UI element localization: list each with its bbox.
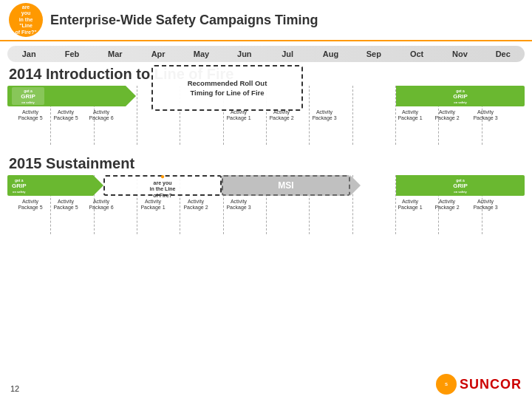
month-label-sep: Sep bbox=[352, 47, 395, 61]
activity-2015-4: ActivityPackage 2 bbox=[179, 199, 213, 211]
msi-arrow-2015 bbox=[350, 175, 361, 196]
dashed-logo-box-2015: ● are youin the Lineof Fire? bbox=[103, 175, 222, 196]
month-label-nov: Nov bbox=[438, 47, 481, 61]
suncor-text: SUNCOR bbox=[460, 377, 522, 392]
page-number: 12 bbox=[10, 384, 19, 393]
activity-2014-4: ActivityPackage 2 bbox=[265, 109, 299, 122]
month-label-mar: Mar bbox=[94, 47, 137, 61]
activity-2014-5: ActivityPackage 3 bbox=[307, 109, 341, 122]
activity-2015-0: ActivityPackage 5 bbox=[13, 199, 47, 211]
activity-2014-3: ActivityPackage 1 bbox=[222, 109, 256, 122]
green-bar-left-2014: get aGRIPon safety bbox=[7, 86, 126, 106]
green-bar-right-2014: get aGRIPon safety bbox=[396, 86, 525, 106]
activity-2014-1: ActivityPackage 5 bbox=[49, 109, 83, 122]
section-2014: get aGRIPon safety Recommended Roll Out … bbox=[7, 86, 525, 145]
activity-2015-2: ActivityPackage 6 bbox=[84, 199, 118, 211]
activity-2014-2: ActivityPackage 6 bbox=[84, 109, 118, 122]
month-label-aug: Aug bbox=[309, 47, 352, 61]
activities-2014: ActivityPackage 5ActivityPackage 5Activi… bbox=[7, 109, 525, 132]
activity-2015-6: ActivityPackage 1 bbox=[393, 199, 427, 211]
activity-2014-8: ActivityPackage 3 bbox=[468, 109, 502, 122]
main-content: JanFebMarAprMayJunJulAugSepOctNovDec 201… bbox=[0, 41, 532, 240]
activity-2015-3: ActivityPackage 1 bbox=[136, 199, 170, 211]
activity-2014-0: ActivityPackage 5 bbox=[13, 109, 47, 122]
recommended-box: Recommended Roll Out Timing for Line of … bbox=[151, 65, 303, 111]
suncor-icon: S bbox=[436, 374, 457, 395]
green-bar-left-arrow-2015 bbox=[93, 175, 103, 196]
activity-2015-5: ActivityPackage 3 bbox=[222, 199, 256, 211]
msi-box-2015: MSI bbox=[222, 175, 350, 196]
activities-2015: ActivityPackage 5ActivityPackage 5Activi… bbox=[7, 199, 525, 221]
green-bar-right-arrow-in-2014 bbox=[386, 86, 396, 106]
green-bar-right-2015: get aGRIPon safety bbox=[396, 175, 525, 196]
month-label-may: May bbox=[180, 47, 222, 61]
suncor-logo: S SUNCOR bbox=[436, 374, 522, 395]
green-bar-left-2015: get aGRIPon safety bbox=[7, 175, 93, 196]
section-2015-container: 2015 Sustainment get aGRIPon safety ● ar… bbox=[7, 155, 525, 234]
logo: areyouin the"Lineof Fire?" bbox=[9, 3, 43, 37]
months-row: JanFebMarAprMayJunJulAugSepOctNovDec bbox=[7, 46, 525, 62]
green-bar-right-arrow-2015 bbox=[386, 175, 396, 196]
badge-left-2014: get aGRIPon safety bbox=[12, 87, 44, 105]
section-2015: get aGRIPon safety ● are youin the Lineo… bbox=[7, 175, 525, 234]
activity-2015-1: ActivityPackage 5 bbox=[49, 199, 83, 211]
month-label-oct: Oct bbox=[395, 47, 438, 61]
month-label-jun: Jun bbox=[223, 47, 266, 61]
activity-2014-6: ActivityPackage 1 bbox=[393, 109, 427, 122]
month-label-jan: Jan bbox=[7, 47, 50, 61]
section-2015-title: 2015 Sustainment bbox=[7, 155, 525, 172]
green-bar-left-arrow-2014 bbox=[126, 86, 136, 106]
page-title: Enterprise-Wide Safety Campaigns Timing bbox=[50, 13, 318, 28]
month-label-feb: Feb bbox=[50, 47, 93, 61]
month-label-dec: Dec bbox=[482, 47, 525, 61]
month-label-apr: Apr bbox=[137, 47, 180, 61]
month-label-jul: Jul bbox=[266, 47, 309, 61]
logo-text: areyouin the"Lineof Fire?" bbox=[16, 4, 37, 35]
activity-2014-7: ActivityPackage 2 bbox=[430, 109, 464, 122]
activity-2015-8: ActivityPackage 3 bbox=[468, 199, 502, 211]
header: areyouin the"Lineof Fire?" Enterprise-Wi… bbox=[0, 0, 532, 41]
activity-2015-7: ActivityPackage 2 bbox=[430, 199, 464, 211]
